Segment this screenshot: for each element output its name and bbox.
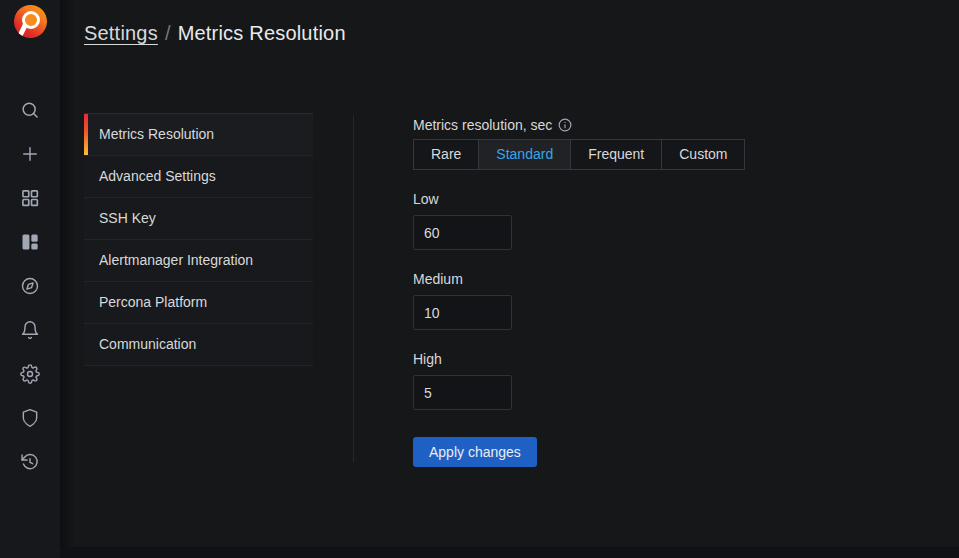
tab-standard[interactable]: Standard [478,140,570,169]
low-input[interactable] [413,215,512,250]
high-field-group: High [413,349,833,410]
percona-logo-bowl [22,11,40,29]
bell-icon[interactable] [20,320,40,340]
medium-input[interactable] [413,295,512,330]
sidebar-nav [20,100,40,472]
sidebar [0,0,60,558]
search-icon[interactable] [20,100,40,120]
percona-logo[interactable] [14,5,47,38]
resolution-label: Metrics resolution, sec [413,117,552,133]
menu-item-alertmanager-integration[interactable]: Alertmanager Integration [84,240,313,282]
plus-icon[interactable] [20,144,40,164]
gear-icon[interactable] [20,364,40,384]
settings-menu: Metrics Resolution Advanced Settings SSH… [84,113,313,366]
menu-item-communication[interactable]: Communication [84,324,313,366]
vertical-divider [353,115,354,462]
page-title: Metrics Resolution [178,22,346,44]
history-icon[interactable] [20,452,40,472]
breadcrumb-settings-link[interactable]: Settings [84,22,158,44]
tab-custom[interactable]: Custom [661,140,744,169]
menu-item-ssh-key[interactable]: SSH Key [84,198,313,240]
apps-grid-icon[interactable] [20,188,40,208]
resolution-tab-group: Rare Standard Frequent Custom [413,139,745,170]
high-input[interactable] [413,375,512,410]
info-circle-icon[interactable] [558,118,572,132]
main-panel: Settings/Metrics Resolution Metrics Reso… [60,0,959,547]
medium-field-group: Medium [413,269,833,330]
menu-item-percona-platform[interactable]: Percona Platform [84,282,313,324]
breadcrumb-separator: / [158,22,178,44]
shield-icon[interactable] [20,408,40,428]
low-field-group: Low [413,189,833,250]
menu-item-metrics-resolution[interactable]: Metrics Resolution [84,114,313,156]
apply-changes-button[interactable]: Apply changes [413,437,537,467]
tab-rare[interactable]: Rare [414,140,478,169]
medium-label: Medium [413,269,833,289]
low-label: Low [413,189,833,209]
metrics-resolution-form: Metrics resolution, sec Rare Standard Fr… [413,115,833,467]
tab-frequent[interactable]: Frequent [570,140,661,169]
resolution-label-row: Metrics resolution, sec [413,115,833,135]
pmm-app-window: Settings/Metrics Resolution Metrics Reso… [0,0,959,558]
compass-icon[interactable] [20,276,40,296]
menu-item-advanced-settings[interactable]: Advanced Settings [84,156,313,198]
panels-icon[interactable] [20,232,40,252]
sidebar-edge-shadow [60,0,75,547]
breadcrumb: Settings/Metrics Resolution [84,22,346,45]
high-label: High [413,349,833,369]
